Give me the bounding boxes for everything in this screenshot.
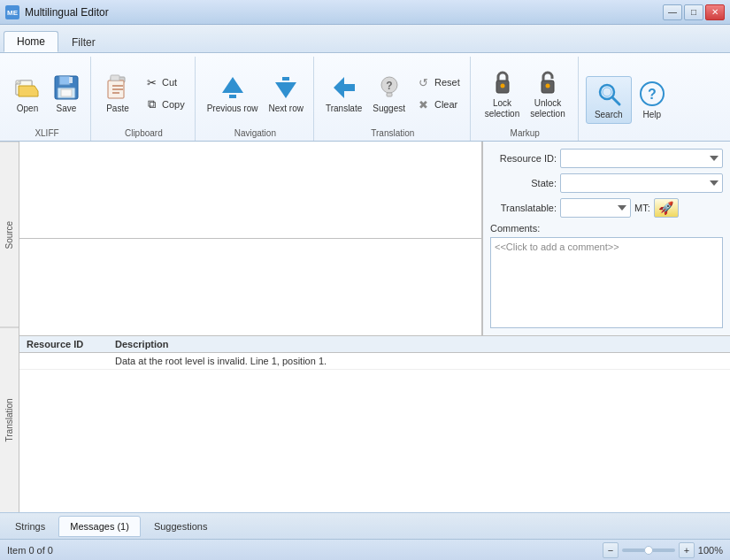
cut-copy-col: ✂ Cut ⧉ Copy [139,72,189,115]
suggest-icon: ? [375,73,403,102]
translate-button[interactable]: Translate [321,70,366,118]
svg-point-25 [603,88,611,96]
suggest-button[interactable]: ? Suggest [368,70,410,118]
message-table-header: Resource ID Description [19,336,730,353]
translation-side-label: Translation [0,327,19,513]
svg-rect-4 [59,76,70,85]
navigation-buttons: Previous row Next row [203,58,308,128]
svg-point-20 [500,83,504,88]
lock-selection-label: Lockselection [485,98,519,119]
xliff-group-label: XLIFF [35,128,58,141]
svg-marker-13 [275,82,296,98]
reset-button[interactable]: ↺ Reset [411,72,465,93]
clipboard-buttons: Paste ✂ Cut ⧉ Copy [98,58,189,128]
message-table: Resource ID Description Data at the root… [19,335,730,512]
tab-filter[interactable]: Filter [58,31,109,52]
top-area: Resource ID: State: Translatable: MT: 🚀 [19,142,730,335]
state-select[interactable] [560,173,723,193]
app-icon: ME [5,5,19,19]
svg-rect-17 [387,93,392,96]
cut-button[interactable]: ✂ Cut [139,72,189,93]
open-label: Open [17,104,38,114]
navigation-group-label: Navigation [234,128,276,141]
window-controls: — □ ✕ [663,4,725,20]
clear-button[interactable]: ✖ Clear [411,94,465,115]
svg-text:ME: ME [7,9,19,17]
close-button[interactable]: ✕ [705,4,725,20]
next-row-icon [272,73,300,102]
help-button[interactable]: ? Help [634,76,671,124]
svg-rect-14 [282,77,289,81]
cut-icon: ✂ [143,74,159,90]
translation-buttons: Translate ? Suggest ↺ Reset ✖ [321,58,465,128]
clipboard-group-label: Clipboard [125,128,163,141]
comments-area[interactable]: <<Click to add a comment>> [490,237,723,328]
translatable-label: Translatable: [490,203,557,213]
text-editors [19,142,482,335]
title-bar-left: ME Multilingual Editor [5,5,109,19]
unlock-selection-icon [534,68,562,96]
item-count: Item 0 of 0 [7,545,53,556]
tab-suggestions[interactable]: Suggestions [142,516,219,537]
lock-selection-icon [488,68,517,96]
prev-row-icon [219,73,247,102]
search-help-buttons: Search ? Help [586,58,671,141]
save-label: Save [57,104,77,114]
zoom-level: 100% [698,545,723,556]
cut-label: Cut [162,77,177,88]
reset-label: Reset [434,77,460,88]
paste-label: Paste [106,104,129,114]
status-bar: Item 0 of 0 − + 100% [0,539,730,560]
ribbon: Open Save XLIFF [0,53,730,142]
prev-row-button[interactable]: Previous row [203,70,263,118]
resource-id-row: Resource ID: [490,149,723,168]
xliff-buttons: Open Save [9,58,85,128]
zoom-slider[interactable] [622,548,675,552]
ribbon-group-search: Search ? Help [580,57,676,141]
copy-button[interactable]: ⧉ Copy [139,94,189,115]
mt-button[interactable]: 🚀 [654,198,679,218]
ribbon-group-translation: Translate ? Suggest ↺ Reset ✖ [316,57,471,141]
svg-marker-11 [222,77,243,93]
tab-home[interactable]: Home [4,31,58,52]
resource-id-select[interactable] [560,149,723,168]
svg-rect-7 [69,77,73,83]
zoom-out-button[interactable]: − [603,542,619,558]
source-editor[interactable] [19,142,481,239]
title-bar: ME Multilingual Editor — □ ✕ [0,0,730,25]
save-button[interactable]: Save [48,70,85,118]
svg-rect-6 [61,89,72,96]
ribbon-tab-bar: Home Filter [0,25,730,53]
right-panel: Resource ID: State: Translatable: MT: 🚀 [482,142,730,335]
translation-group-label: Translation [371,128,414,141]
minimize-button[interactable]: — [663,4,682,20]
tab-messages[interactable]: Messages (1) [58,516,141,537]
search-button[interactable]: Search [586,76,632,124]
svg-point-22 [545,83,549,88]
save-icon [52,73,81,102]
comments-placeholder: <<Click to add a comment>> [495,242,619,252]
main-area: Source Translation Resource ID: State: [0,142,730,512]
zoom-in-button[interactable]: + [679,542,695,558]
tab-strings[interactable]: Strings [4,516,57,537]
svg-rect-10 [111,75,119,81]
next-row-button[interactable]: Next row [265,70,308,118]
svg-line-24 [612,97,619,104]
translatable-select[interactable] [560,198,631,218]
maximize-button[interactable]: □ [684,4,703,20]
unlock-selection-button[interactable]: Unlockselection [526,65,569,123]
col-resource-header: Resource ID [27,339,115,349]
paste-button[interactable]: Paste [98,70,137,118]
translation-editor[interactable] [19,239,481,335]
state-label: State: [490,178,557,188]
clear-icon: ✖ [416,96,432,112]
help-label: Help [642,110,661,120]
open-button[interactable]: Open [9,70,46,118]
suggest-label: Suggest [373,104,405,114]
comments-label: Comments: [490,223,723,234]
ribbon-group-navigation: Previous row Next row Navigation [197,57,314,141]
lock-selection-button[interactable]: Lockselection [480,65,524,123]
markup-group-label: Markup [511,128,540,141]
paste-icon [104,73,132,102]
editor-panel: Resource ID: State: Translatable: MT: 🚀 [19,142,730,512]
